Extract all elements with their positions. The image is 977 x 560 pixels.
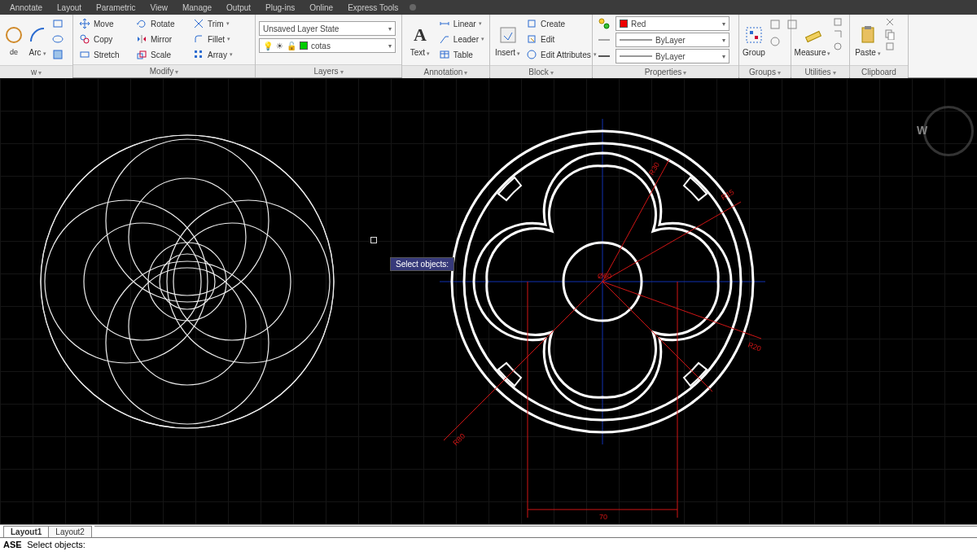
paste-icon [857,24,879,46]
panel-utilities-title[interactable]: Utilities [804,68,835,77]
panel-layers: Unsaved Layer State 💡 ☀ 🔓 cotas Layers [256,15,402,77]
draw-shape-button[interactable]: de [3,16,24,63]
leader-button[interactable]: Leader ▾ [436,32,486,46]
group-opt1-icon[interactable] [767,16,783,33]
text-button[interactable]: A Text [405,16,435,63]
menu-manage[interactable]: Manage [176,2,218,14]
ribbon: de Arc w Move Copy Stretch [0,15,977,78]
lineweight-dropdown[interactable]: ByLayer [616,49,729,63]
measure-button[interactable]: Measure [795,16,830,63]
layout-tab-1[interactable]: Layout1 [3,526,49,537]
edit-attributes-button[interactable]: Edit Attributes ▾ [524,47,589,62]
line-icon1[interactable] [596,33,612,47]
fillet-button[interactable]: Fillet ▾ [191,32,249,46]
menu-output[interactable]: Output [220,2,257,14]
panel-annotation: A Text Linear ▾ Leader ▾ Table Annotatio… [402,15,490,77]
menu-express[interactable]: Express Tools [341,2,405,14]
svg-point-35 [106,139,269,302]
overflow-icon[interactable] [410,4,416,11]
group-icon [743,24,765,46]
viewcube-w: W [917,124,927,137]
panel-groups: Group Groups [739,15,791,77]
group-opt3-icon[interactable] [767,33,783,50]
panel-annotation-title[interactable]: Annotation [424,68,468,77]
layer-state-dropdown[interactable]: Unsaved Layer State [259,21,396,36]
copy-button[interactable]: Copy [77,32,132,46]
util-icon1[interactable] [832,16,843,28]
panel-groups-title[interactable]: Groups [749,68,781,77]
table-button[interactable]: Table [436,47,486,62]
svg-point-0 [7,28,21,42]
arc-button[interactable]: Arc [26,16,49,63]
fillet-icon [192,33,205,46]
move-icon [78,17,91,30]
svg-text:Ø60: Ø60 [598,272,611,280]
rotate-button[interactable]: Rotate [134,16,189,31]
svg-rect-30 [865,26,871,29]
svg-text:R80: R80 [451,432,467,448]
rect-icon[interactable] [50,16,65,31]
scale-button[interactable]: Scale [134,47,189,62]
circle-icon [2,24,25,46]
svg-rect-33 [887,43,893,50]
svg-rect-12 [199,55,202,58]
menu-view[interactable]: View [143,2,174,14]
red-swatch [620,20,628,28]
util-icon2[interactable] [832,28,843,40]
command-line[interactable]: ASE Select objects: [0,537,977,560]
mirror-button[interactable]: Mirror [134,32,189,46]
line-icon2[interactable] [596,49,612,63]
viewcube-ring [923,106,974,156]
paste-button[interactable]: Paste [853,16,883,63]
linear-button[interactable]: Linear ▾ [436,16,486,31]
svg-point-18 [599,19,604,24]
hatch-icon[interactable] [50,47,65,62]
panel-block-title[interactable]: Block [528,68,553,77]
panel-properties-title[interactable]: Properties [645,68,687,77]
copy-clip-icon[interactable] [884,28,896,40]
svg-rect-10 [199,50,202,53]
lightbulb-icon: 💡 [263,42,273,50]
panel-modify: Move Copy Stretch Rotate Mirror Scale Tr… [73,15,256,77]
panel-draw-title[interactable]: w [31,68,42,77]
stretch-button[interactable]: Stretch [77,47,132,62]
panel-block: Insert Create Edit Edit Attributes ▾ Blo… [490,15,593,77]
create-button[interactable]: Create [524,16,589,31]
move-button[interactable]: Move [77,16,132,31]
svg-line-53 [602,282,712,392]
layer-current-dropdown[interactable]: 💡 ☀ 🔓 cotas [259,38,396,53]
menu-plugins[interactable]: Plug-ins [259,2,301,14]
array-button[interactable]: Array ▾ [191,47,249,62]
table-icon [438,48,451,61]
menu-annotate[interactable]: Annotate [3,2,49,14]
svg-point-38 [167,200,330,363]
clip-icon3[interactable] [884,41,896,52]
panel-modify-title[interactable]: Modify [150,67,178,76]
match-prop-icon[interactable] [596,16,612,31]
group-button[interactable]: Group [743,16,765,63]
viewcube[interactable]: W [920,103,977,160]
menu-online[interactable]: Online [303,2,340,14]
draw-small-col [50,16,65,62]
layout-tab-2[interactable]: Layout2 [48,526,92,537]
edit-icon [525,33,538,46]
cut-icon[interactable] [884,16,896,28]
util-icon3[interactable] [832,41,843,52]
trim-button[interactable]: Trim ▾ [191,16,249,31]
command-prefix: ASE [3,540,22,549]
drawing-canvas[interactable]: R30 R15 R20 Ø60 70 R80 Select objects: W [0,78,977,524]
ellipse-icon[interactable] [50,32,65,46]
array-icon [192,48,205,61]
svg-point-40 [129,268,246,385]
block-edit-button[interactable]: Edit [524,32,589,46]
svg-text:R20: R20 [747,340,762,352]
linetype-dropdown[interactable]: ByLayer [616,33,729,47]
panel-clipboard-title[interactable]: Clipboard [861,68,896,77]
menu-layout[interactable]: Layout [50,2,88,14]
color-dropdown[interactable]: Red [616,16,729,31]
svg-rect-32 [888,33,894,40]
menu-parametric[interactable]: Parametric [90,2,142,14]
panel-layers-title[interactable]: Layers [313,67,343,76]
svg-point-37 [45,200,208,363]
insert-button[interactable]: Insert [493,16,522,63]
